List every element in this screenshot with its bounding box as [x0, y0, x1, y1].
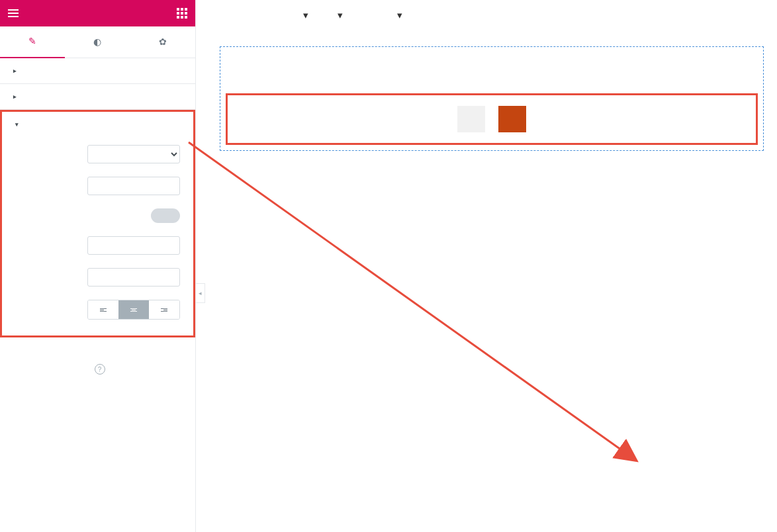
sidebar-header	[0, 0, 195, 26]
chevron-down-icon: ▾	[338, 9, 343, 21]
chevron-down-icon: ▾	[303, 9, 308, 21]
pagination-prev[interactable]	[457, 106, 485, 132]
prev-text-input[interactable]	[87, 236, 180, 255]
menu-icon[interactable]	[8, 9, 19, 17]
per-page-input[interactable]	[87, 177, 180, 195]
pagination-type-select[interactable]	[87, 145, 180, 163]
shorten-toggle[interactable]	[151, 208, 180, 223]
nav-seo[interactable]: ▾	[393, 9, 402, 21]
pencil-icon: ✎	[28, 36, 36, 46]
caret-right-icon: ▸	[13, 67, 17, 74]
pagination-next[interactable]	[498, 106, 526, 132]
align-center-button[interactable]	[118, 300, 149, 319]
caret-right-icon: ▸	[13, 93, 17, 100]
top-navigation: ▾ ▾ ▾	[220, 0, 764, 30]
align-left-button[interactable]	[88, 300, 118, 319]
need-help-link[interactable]: ?	[0, 337, 195, 401]
caret-down-icon: ▾	[15, 121, 19, 128]
section-layout[interactable]: ▸	[0, 58, 195, 83]
help-icon: ?	[95, 364, 105, 375]
section-query[interactable]: ▸	[0, 84, 195, 109]
nav-woocommerce[interactable]: ▾	[334, 9, 343, 21]
collapse-sidebar-handle[interactable]: ◂	[196, 283, 205, 303]
contrast-icon: ◐	[93, 36, 101, 47]
posts-widget-selected[interactable]	[220, 46, 764, 151]
gear-icon: ✿	[159, 36, 167, 47]
tab-advanced[interactable]: ✿	[130, 26, 195, 58]
widgets-grid-icon[interactable]	[177, 8, 187, 19]
nav-wordpress[interactable]: ▾	[299, 9, 308, 21]
section-pagination-highlighted: ▾	[0, 110, 195, 337]
pagination-highlighted	[226, 93, 758, 145]
chevron-down-icon: ▾	[397, 9, 402, 21]
panel-tabs: ✎ ◐ ✿	[0, 26, 195, 58]
tab-style[interactable]: ◐	[65, 26, 130, 58]
next-text-input[interactable]	[87, 268, 180, 287]
tab-content[interactable]: ✎	[0, 26, 65, 58]
section-pagination[interactable]: ▾	[2, 112, 193, 137]
elementor-sidebar: ✎ ◐ ✿ ▸ ▸ ▾	[0, 0, 196, 532]
align-right-button[interactable]	[149, 300, 179, 319]
preview-area: ▾ ▾ ▾	[206, 0, 777, 532]
align-group	[87, 300, 180, 320]
